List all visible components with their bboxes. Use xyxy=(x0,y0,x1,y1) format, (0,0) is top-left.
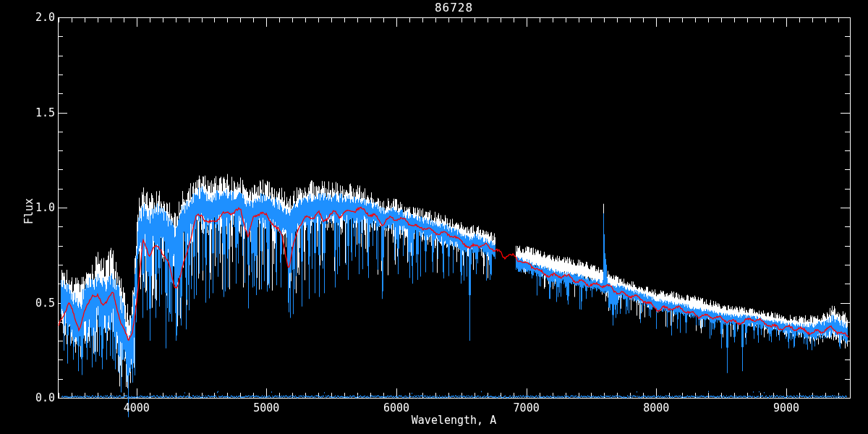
plot-title: 86728 xyxy=(58,1,850,14)
x-tick-label: 8000 xyxy=(631,401,681,414)
y-tick-label: 2.0 xyxy=(22,11,55,24)
y-tick-label: 1.0 xyxy=(22,201,55,214)
y-tick-label: 0.0 xyxy=(22,391,55,404)
x-tick-label: 7000 xyxy=(501,401,552,414)
x-tick-label: 5000 xyxy=(241,401,292,414)
x-axis-label: Wavelength, A xyxy=(58,414,850,427)
spectrum-figure: 86728 Wavelength, A Flux 0.00.51.01.52.0… xyxy=(0,0,868,434)
x-tick-label: 9000 xyxy=(761,401,812,414)
y-tick-label: 0.5 xyxy=(22,297,55,310)
y-tick-label: 1.5 xyxy=(22,106,55,119)
x-tick-label: 6000 xyxy=(371,401,422,414)
x-tick-label: 4000 xyxy=(111,401,162,414)
spectrum-plot-canvas xyxy=(0,0,868,434)
